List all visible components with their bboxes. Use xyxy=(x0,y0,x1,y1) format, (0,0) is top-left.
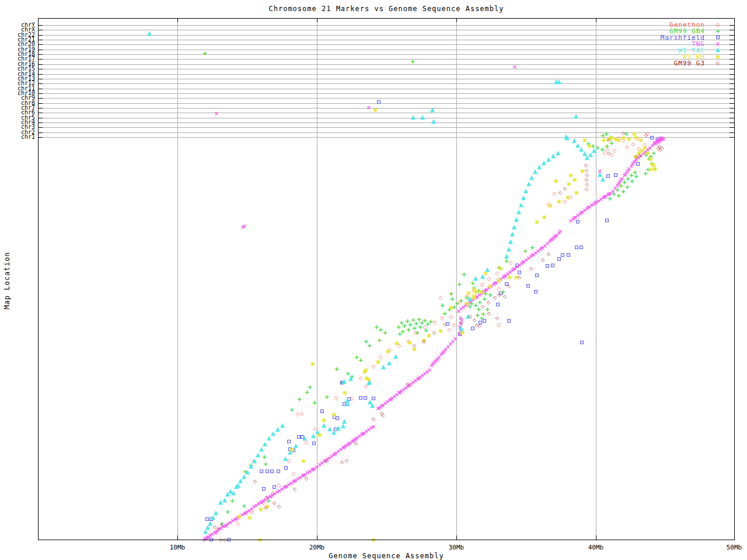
right-tick-chr2 xyxy=(729,132,734,133)
left-tick-chr10 xyxy=(38,93,43,94)
left-tick-chr7 xyxy=(38,108,43,108)
right-tick-chr18 xyxy=(729,54,734,55)
left-tick-chr13 xyxy=(38,79,43,79)
right-tick-chr7 xyxy=(729,108,734,108)
right-tick-chr11 xyxy=(729,89,734,89)
bottom-tick-30Mb xyxy=(456,536,457,540)
gridline-row-chr5 xyxy=(38,118,734,118)
left-tick-chr6 xyxy=(38,113,43,113)
right-tick-chr12 xyxy=(729,83,734,84)
xtick-label-30Mb: 30Mb xyxy=(444,544,469,551)
right-tick-chr15 xyxy=(729,69,734,69)
right-tick-chr1 xyxy=(729,137,734,138)
gridline-row-chr3 xyxy=(38,127,734,128)
left-tick-chr3 xyxy=(38,127,43,128)
left-tick-chr19 xyxy=(38,50,43,50)
xtick-label-40Mb: 40Mb xyxy=(583,544,609,551)
left-tick-chr12 xyxy=(38,83,43,84)
right-tick-chr8 xyxy=(729,103,734,104)
right-tick-chr16 xyxy=(729,64,734,65)
top-tick-10Mb xyxy=(177,18,178,22)
right-tick-chr10 xyxy=(729,93,734,94)
gridline-row-chr10 xyxy=(38,93,734,94)
gridline-row-chr2 xyxy=(38,132,734,133)
left-tick-chr16 xyxy=(38,64,43,65)
gridline-row-chr9 xyxy=(38,98,734,99)
xtick-label-10Mb: 10Mb xyxy=(165,544,190,551)
x-axis-label: Genome Sequence Assembly xyxy=(38,552,735,560)
left-tick-chr5 xyxy=(38,118,43,118)
gridline-row-chr6 xyxy=(38,113,734,113)
top-tick-30Mb xyxy=(456,18,457,22)
left-tick-chr9 xyxy=(38,98,43,99)
gridline-row-chr13 xyxy=(38,79,734,79)
row-label-chr1: chr1 xyxy=(0,134,35,140)
left-tick-chr21 xyxy=(38,40,43,40)
top-tick-20Mb xyxy=(317,18,317,22)
gridline-row-chr12 xyxy=(38,83,734,84)
y-axis-label: Map Location xyxy=(3,234,11,327)
bottom-tick-10Mb xyxy=(177,536,178,540)
chart-title: Chromosome 21 Markers vs Genome Sequence… xyxy=(38,5,735,13)
right-tick-chr6 xyxy=(729,113,734,113)
left-tick-chr11 xyxy=(38,89,43,89)
left-tick-chr17 xyxy=(38,59,43,60)
gridline-x-10Mb xyxy=(177,18,178,540)
gridline-row-chr15 xyxy=(38,69,734,69)
left-tick-chr15 xyxy=(38,69,43,69)
xtick-label-50Mb: 50Mb xyxy=(721,544,747,551)
left-tick-chr22 xyxy=(38,35,43,36)
legend-label-g3: GM99 G3 xyxy=(588,60,705,67)
right-tick-chr4 xyxy=(729,123,734,123)
right-tick-chr13 xyxy=(729,79,734,79)
bottom-tick-20Mb xyxy=(317,536,317,540)
plot-border xyxy=(38,18,735,540)
gridline-x-30Mb xyxy=(456,18,457,540)
gridline-row-chr1 xyxy=(38,137,734,138)
left-tick-chr18 xyxy=(38,54,43,55)
right-tick-chr20 xyxy=(729,44,734,45)
left-tick-chrX xyxy=(38,30,43,30)
gridline-x-20Mb xyxy=(317,18,317,540)
bottom-tick-50Mb xyxy=(734,536,735,540)
left-tick-chr2 xyxy=(38,132,43,133)
right-tick-chrX xyxy=(729,30,734,30)
right-tick-chr3 xyxy=(729,127,734,128)
gridline-row-chr11 xyxy=(38,89,734,89)
gridline-x-40Mb xyxy=(596,18,596,540)
top-tick-50Mb xyxy=(734,18,735,22)
right-tick-chr21 xyxy=(729,40,734,40)
left-tick-chr4 xyxy=(38,123,43,123)
xtick-label-20Mb: 20Mb xyxy=(304,544,330,551)
gridline-row-chr4 xyxy=(38,123,734,123)
gridline-row-chr7 xyxy=(38,108,734,108)
right-tick-chr17 xyxy=(729,59,734,60)
right-tick-chr9 xyxy=(729,98,734,99)
gridline-row-chr14 xyxy=(38,74,734,75)
bottom-tick-40Mb xyxy=(596,536,596,540)
left-tick-chr8 xyxy=(38,103,43,104)
chart-root: Chromosome 21 Markers vs Genome Sequence… xyxy=(0,0,747,560)
left-tick-chr14 xyxy=(38,74,43,75)
right-tick-chr5 xyxy=(729,118,734,118)
right-tick-chrY xyxy=(729,25,734,26)
gridline-row-chr8 xyxy=(38,103,734,104)
right-tick-chr19 xyxy=(729,50,734,50)
left-tick-chr1 xyxy=(38,137,43,138)
right-tick-chr22 xyxy=(729,35,734,36)
right-tick-chr14 xyxy=(729,74,734,75)
left-tick-chr20 xyxy=(38,44,43,45)
left-tick-chrY xyxy=(38,25,43,26)
